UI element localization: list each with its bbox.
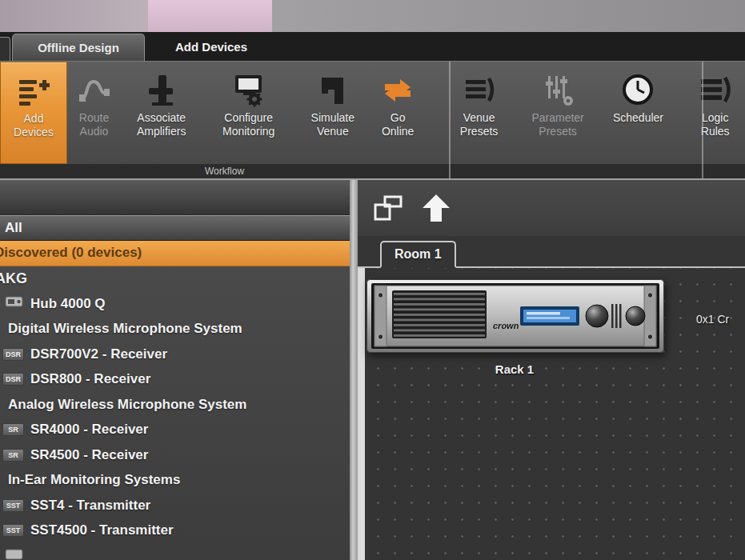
tree-item-label: SR4000 - Receiver	[30, 422, 148, 438]
room-toolbar	[358, 180, 745, 236]
device-type-badge: SST	[2, 499, 24, 512]
tree-item-label: Analog Wireless Microphone System	[8, 397, 246, 413]
button-label: Venue	[463, 111, 495, 125]
tree-item-sst4[interactable]: SST SST4 - Transmitter	[0, 493, 350, 518]
panel-splitter[interactable]	[350, 180, 358, 560]
desktop-area-left	[0, 0, 148, 32]
tree-item-sst4500[interactable]: SST SST4500 - Transmitter	[0, 518, 350, 544]
button-label: Online	[382, 125, 414, 138]
tree-item-label: DSR800 - Receiver	[30, 371, 150, 387]
tab-room-1[interactable]: Room 1	[380, 241, 456, 268]
device-tree-panel: All Discovered (0 devices) AKG	[0, 180, 350, 560]
tree-item-sr4500[interactable]: SR SR4500 - Receiver	[0, 442, 350, 468]
tree-item-label: In-Ear Monitoring Systems	[8, 472, 180, 488]
scheduler-icon	[620, 68, 655, 111]
tree-filter-label: All	[5, 220, 22, 236]
tree-item-label: SR4500 - Receiver	[30, 447, 148, 463]
button-label: Parameter	[531, 111, 583, 125]
tree-item-label: SST4 - Transmitter	[30, 498, 150, 514]
venue-presets-icon	[462, 68, 497, 111]
application-window: Offline Design Add Devices Add Devices	[0, 0, 745, 560]
device-type-badge: SR	[2, 423, 24, 436]
hub-device-icon	[5, 295, 24, 312]
ribbon-tab-bar: Offline Design Add Devices	[0, 32, 745, 61]
tree-panel-header	[0, 180, 350, 215]
tree-item-label: AKG	[0, 270, 27, 287]
button-label: Monitoring	[222, 125, 274, 138]
configure-monitoring-button[interactable]: Configure Monitoring	[204, 62, 293, 164]
button-label: Route	[79, 111, 109, 125]
simulate-venue-icon	[315, 68, 350, 111]
tree-item-sr4000[interactable]: SR SR4000 - Receiver	[0, 418, 350, 443]
button-label: Audio	[80, 125, 109, 138]
amp-brand-text: crown	[493, 321, 519, 330]
tree-item-dsr700v2[interactable]: DSR DSR700V2 - Receiver	[0, 342, 350, 367]
move-up-button[interactable]	[420, 192, 452, 224]
device-tree-list: Discovered (0 devices) AKG Hub 4000 Q	[0, 241, 350, 560]
button-label: Venue	[317, 125, 349, 138]
device-type-badge: DSR	[2, 373, 24, 386]
associate-amplifiers-icon	[144, 68, 179, 111]
venue-presets-button[interactable]: Venue Presets	[447, 62, 512, 164]
button-label: Go	[391, 111, 406, 125]
tree-item-hub4000q[interactable]: Hub 4000 Q	[0, 291, 350, 317]
associate-amplifiers-button[interactable]: Associate Amplifiers	[123, 62, 199, 164]
button-label: Configure	[224, 111, 273, 125]
desktop-area-pink	[148, 0, 272, 32]
tree-item-label: DSR700V2 - Receiver	[30, 346, 167, 362]
desktop-background	[0, 0, 745, 32]
tree-item-in-ear-monitoring[interactable]: In-Ear Monitoring Systems	[0, 468, 350, 494]
tree-item-dsr800[interactable]: DSR DSR800 - Receiver	[0, 367, 350, 393]
ribbon-group-bar: Workflow	[0, 164, 745, 178]
tree-item-clipped[interactable]	[0, 543, 350, 560]
venue-canvas[interactable]: crown Rack 1 0x1 Cr	[358, 268, 745, 560]
parameter-presets-button: Parameter Presets	[517, 62, 599, 164]
button-label: Logic	[702, 111, 728, 125]
workflow-group-label: Workflow	[205, 166, 244, 177]
tree-item-analog-wireless[interactable]: Analog Wireless Microphone System	[0, 392, 350, 418]
rack-1-device[interactable]: crown	[366, 279, 664, 356]
scheduler-button[interactable]: Scheduler	[604, 62, 673, 164]
add-rack-button[interactable]	[372, 192, 404, 224]
add-devices-button[interactable]: Add Devices	[0, 62, 67, 164]
device-type-badge: SR	[2, 449, 24, 462]
main-area: All Discovered (0 devices) AKG	[0, 180, 745, 560]
go-online-icon	[380, 68, 415, 111]
ribbon-group-separator	[702, 62, 703, 178]
tab-add-devices[interactable]: Add Devices	[167, 40, 255, 54]
button-label: Devices	[14, 126, 54, 139]
parameter-presets-icon	[540, 68, 575, 111]
go-online-button[interactable]: Go Online	[373, 62, 423, 164]
rack-label: Rack 1	[365, 362, 664, 376]
button-label: Rules	[701, 125, 730, 138]
add-devices-icon	[16, 69, 51, 112]
button-label: Scheduler	[613, 111, 663, 125]
button-label: Add	[24, 112, 44, 126]
ribbon-group-separator	[449, 62, 451, 178]
room-tab-bar: Room 1	[358, 236, 745, 268]
button-label: Simulate	[311, 111, 354, 125]
tree-item-label: Discovered (0 devices)	[0, 245, 142, 261]
route-audio-button: Route Audio	[70, 62, 118, 164]
device-type-badge: DSR	[2, 348, 24, 361]
device-address-label: 0x1 Cr	[696, 313, 729, 326]
tree-item-label: SST4500 - Transmitter	[30, 522, 174, 538]
room-panel: Room 1	[358, 180, 745, 560]
tree-filter-all[interactable]: All	[0, 215, 350, 241]
tree-item-label: Hub 4000 Q	[30, 296, 106, 312]
simulate-venue-button[interactable]: Simulate Venue	[298, 62, 368, 164]
device-type-badge: SST	[2, 524, 24, 537]
tree-item-discovered[interactable]: Discovered (0 devices)	[0, 241, 350, 266]
route-audio-icon	[77, 68, 112, 111]
tree-item-akg[interactable]: AKG	[0, 266, 350, 292]
tab-stub[interactable]	[0, 37, 10, 61]
button-label: Presets	[539, 125, 576, 138]
ribbon: Add Devices Route Audio	[0, 61, 745, 180]
configure-monitoring-icon	[231, 68, 266, 111]
crown-amplifier-image: crown	[366, 279, 664, 353]
logic-rules-button[interactable]: Logic Rules	[687, 62, 743, 164]
tab-offline-design[interactable]: Offline Design	[12, 34, 145, 61]
device-icon	[5, 548, 24, 560]
tree-item-digital-wireless[interactable]: Digital Wireless Microphone System	[0, 317, 350, 342]
tree-item-label: Digital Wireless Microphone System	[8, 321, 242, 337]
